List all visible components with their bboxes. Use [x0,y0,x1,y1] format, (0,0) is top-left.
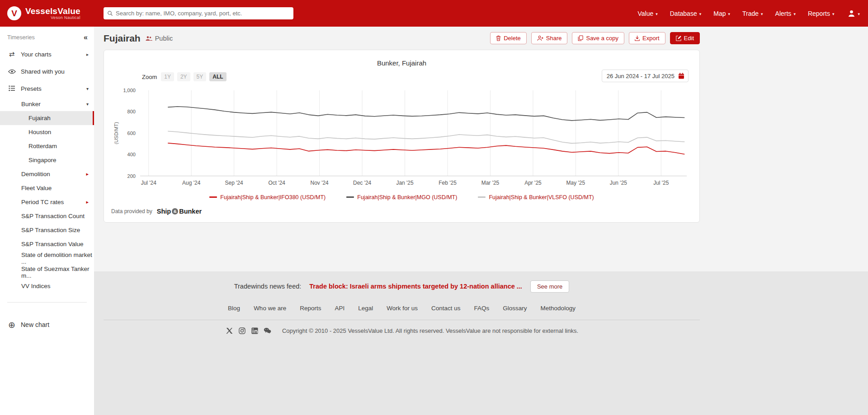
sidebar-item-sp-transaction-value[interactable]: S&P Transaction Value [0,237,94,251]
sidebar-group-bunker[interactable]: Bunker ▾ [0,97,94,111]
data-provider-row: Data provided by Ship&Bunker [111,208,692,215]
nav-item-value[interactable]: Value▾ [637,10,657,17]
brand-logo-block[interactable]: V VesselsValue Veson Nautical [7,6,100,20]
footer-link-blog[interactable]: Blog [228,305,240,312]
chevron-down-icon: ▾ [761,11,763,16]
chevron-right-icon: ▸ [86,199,89,205]
global-search[interactable] [104,7,293,19]
footer-link-methodology[interactable]: Methodology [541,305,576,312]
footer-link-reports[interactable]: Reports [300,305,321,312]
chevron-down-icon: ▾ [728,11,730,16]
legend-dash-icon [209,196,217,198]
sidebar-item-state-of-demolition-market[interactable]: State of demolition market ... [0,251,94,265]
footer-link-legal[interactable]: Legal [358,305,373,312]
sidebar-item-rotterdam[interactable]: Rotterdam [0,139,94,153]
chevron-down-icon: ▾ [656,11,658,16]
plus-circle-icon: ⊕ [7,320,16,330]
download-icon [635,35,640,41]
footer-link-contact-us[interactable]: Contact us [431,305,461,312]
legend-item-ifo380[interactable]: Fujairah|Ship & Bunker|IFO380 (USD/MT) [209,194,326,201]
sidebar-item-shared-with-you[interactable]: Shared with you [0,63,94,80]
footer-bottom-row: Copyright © 2010 - 2025 VesselsValue Ltd… [225,326,578,335]
sidebar-item-singapore[interactable]: Singapore [0,153,94,167]
sidebar-item-label: S&P Transaction Value [21,241,84,247]
svg-text:Dec '24: Dec '24 [353,180,372,186]
sidebar-item-houston[interactable]: Houston [0,125,94,139]
sidebar-item-sp-transaction-size[interactable]: S&P Transaction Size [0,223,94,237]
sidebar-item-fleet-value[interactable]: Fleet Value [0,181,94,195]
sidebar-item-your-charts[interactable]: ⇄ Your charts ▸ [0,46,94,63]
svg-text:Jun '25: Jun '25 [610,180,627,186]
nav-item-database[interactable]: Database▾ [670,10,701,17]
zoom-1y-button[interactable]: 1Y [161,72,174,81]
timeseries-chart[interactable]: Jul '24Aug '24Sep '24Oct '24Nov '24Dec '… [111,84,692,191]
sidebar-item-presets[interactable]: Presets ▾ [0,80,94,97]
nav-item-alerts[interactable]: Alerts▾ [775,10,796,17]
nav-item-map[interactable]: Map▾ [713,10,730,17]
footer-link-glossary[interactable]: Glossary [503,305,527,312]
export-button[interactable]: Export [629,32,665,44]
sidebar-item-sp-transaction-count[interactable]: S&P Transaction Count [0,209,94,223]
instagram-icon[interactable] [238,326,246,335]
svg-text:Apr '25: Apr '25 [524,180,542,186]
svg-text:May '25: May '25 [566,180,585,186]
date-range-picker[interactable]: 26 Jun 2024 - 17 Jul 2025 [602,70,689,82]
zoom-5y-button[interactable]: 5Y [193,72,207,81]
sidebar-item-state-of-suezmax-tanker[interactable]: State of Suezmax Tanker m... [0,265,94,279]
user-account-menu[interactable]: ▾ [848,9,860,17]
svg-text:200: 200 [127,173,136,179]
visibility-label: Public [155,35,173,42]
sidebar-item-label: State of Suezmax Tanker m... [21,266,94,279]
legend-dash-icon [346,196,354,198]
nav-item-trade[interactable]: Trade▾ [742,10,763,17]
sidebar-item-fujairah[interactable]: Fujairah [0,111,94,125]
news-headline-link[interactable]: Trade block: Israeli arms shipments targ… [309,283,522,290]
share-button[interactable]: Share [531,32,568,44]
collapse-sidebar-icon[interactable]: « [84,34,88,41]
sidebar-item-period-tc-rates[interactable]: Period TC rates ▸ [0,195,94,209]
legend-label: Fujairah|Ship & Bunker|MGO (USD/MT) [357,194,457,201]
wechat-icon[interactable] [263,326,272,335]
edit-button[interactable]: Edit [670,32,700,44]
sidebar-item-label: Shared with you [21,68,65,75]
legend-item-vlsfo[interactable]: Fujairah|Ship & Bunker|VLSFO (USD/MT) [478,194,594,201]
chevron-down-icon: ▾ [86,102,89,107]
sidebar-item-vv-indices[interactable]: VV Indices [0,279,94,293]
chart-card: Bunker, Fujairah Zoom 1Y 2Y 5Y ALL 26 Ju… [104,50,700,223]
legend-label: Fujairah|Ship & Bunker|IFO380 (USD/MT) [220,194,326,201]
sidebar-item-label: Period TC rates [21,199,64,205]
vesselsvalue-logo-icon: V [7,6,21,20]
see-more-button[interactable]: See more [530,280,569,293]
footer-link-who-we-are[interactable]: Who we are [254,305,286,312]
x-twitter-icon[interactable] [225,326,234,335]
sidebar: Timeseries « ⇄ Your charts ▸ Shared with… [0,27,94,415]
nav-item-reports[interactable]: Reports▾ [808,10,835,17]
sidebar-item-label: Your charts [21,51,52,58]
svg-text:Aug '24: Aug '24 [182,180,201,186]
save-copy-button[interactable]: Save a copy [572,32,624,44]
calendar-icon [678,73,684,79]
search-input[interactable] [116,10,290,17]
footer-link-work-for-us[interactable]: Work for us [387,305,418,312]
delete-button[interactable]: Delete [490,32,527,44]
linkedin-icon[interactable] [250,326,259,335]
legend-label: Fujairah|Ship & Bunker|VLSFO (USD/MT) [489,194,594,201]
sidebar-item-label: Presets [21,85,42,92]
zoom-all-button[interactable]: ALL [209,72,226,81]
main-content: Fujairah Public Delete [94,27,868,415]
zoom-2y-button[interactable]: 2Y [177,72,190,81]
sidebar-item-label: State of demolition market ... [21,252,94,265]
ship-and-bunker-logo: Ship&Bunker [157,208,202,215]
people-icon [145,36,153,41]
chart-plot[interactable]: Jul '24Aug '24Sep '24Oct '24Nov '24Dec '… [111,84,692,191]
sidebar-item-label: Bunker [21,101,41,107]
legend-item-mgo[interactable]: Fujairah|Ship & Bunker|MGO (USD/MT) [346,194,457,201]
page-title: Fujairah [104,33,141,44]
new-chart-button[interactable]: ⊕ New chart [0,316,94,333]
sidebar-item-label: Singapore [28,157,57,163]
sidebar-item-demolition[interactable]: Demolition ▸ [0,167,94,181]
copy-icon [578,35,583,41]
footer-link-faqs[interactable]: FAQs [474,305,490,312]
sidebar-item-label: S&P Transaction Count [21,213,85,219]
footer-link-api[interactable]: API [335,305,344,312]
